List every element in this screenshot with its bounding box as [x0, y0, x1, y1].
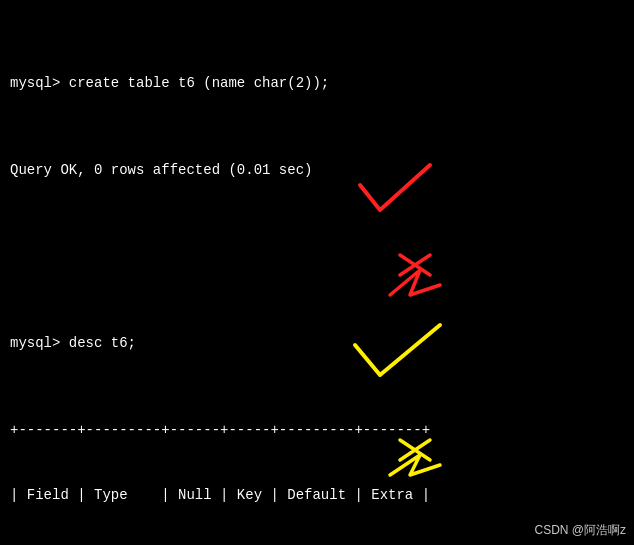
line-3 — [10, 247, 624, 269]
line-4: mysql> desc t6; — [10, 333, 624, 355]
watermark-text: CSDN @阿浩啊z — [534, 522, 626, 539]
line-2: Query OK, 0 rows affected (0.01 sec) — [10, 160, 624, 182]
line-4-text: mysql> desc t6; — [10, 335, 136, 351]
line-2-text: Query OK, 0 rows affected (0.01 sec) — [10, 162, 312, 178]
line-1-text: mysql> create table t6 (name char(2)); — [10, 75, 329, 91]
terminal-output: mysql> create table t6 (name char(2)); Q… — [0, 0, 634, 545]
line-1: mysql> create table t6 (name char(2)); — [10, 73, 624, 95]
line-6: | Field | Type | Null | Key | Default | … — [10, 485, 624, 507]
line-5: +-------+---------+------+-----+--------… — [10, 420, 624, 442]
